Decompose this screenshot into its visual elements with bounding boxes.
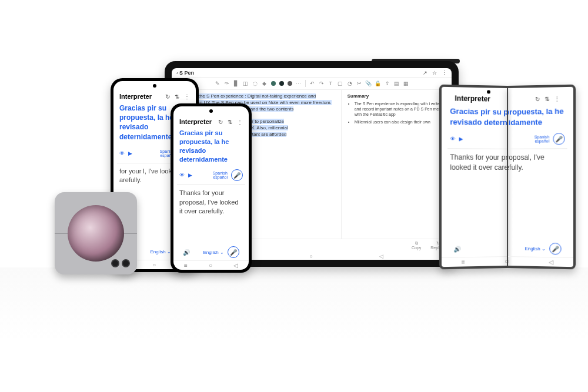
fold-nav-bar[interactable]: ≡ ○ ◁ bbox=[442, 255, 507, 267]
tool-highlighter-icon[interactable]: ▊ bbox=[233, 81, 239, 86]
lock-tool-icon[interactable]: 🔒 bbox=[375, 81, 381, 86]
history-icon[interactable]: ↻ bbox=[165, 93, 170, 100]
source-language-picker[interactable]: Spanish español bbox=[213, 171, 228, 179]
undo-icon[interactable]: ↶ bbox=[309, 81, 315, 86]
swap-layout-icon[interactable]: ⇅ bbox=[544, 95, 549, 102]
play-icon[interactable]: ▶ bbox=[128, 150, 132, 156]
speaker-icon[interactable]: 🔊 bbox=[183, 249, 190, 256]
card-divider bbox=[447, 148, 507, 149]
summary-title: Summary bbox=[348, 93, 446, 99]
tablet-toolbar[interactable]: ✎ ✑ ▊ ◫ ◌ ◆ ⋯ ↶ ↷ T ▢ ◔ ✂ 📎 🔒 ⇪ ▤ bbox=[172, 78, 452, 90]
clip-tool-icon[interactable]: ✂ bbox=[356, 81, 362, 86]
image-tool-icon[interactable]: ▢ bbox=[338, 81, 343, 86]
flip-device-closed bbox=[55, 192, 137, 274]
target-text: Thanks for your proposal, I've looked it… bbox=[449, 153, 507, 240]
more-icon[interactable]: ⋮ bbox=[554, 95, 560, 102]
flip-camera-module bbox=[111, 259, 130, 267]
tool-pencil-icon[interactable]: ✎ bbox=[215, 81, 220, 86]
tool-lasso-icon[interactable]: ◌ bbox=[252, 81, 258, 86]
copy-button[interactable]: ⧉ Copy bbox=[412, 241, 421, 250]
target-language-picker[interactable]: English ⌄ bbox=[524, 246, 546, 252]
home-icon[interactable]: ○ bbox=[507, 258, 509, 264]
phone-device-front: Interpreter ↻ ⇅ ⋮ Gracias pir su propues… bbox=[171, 103, 252, 273]
color-swatch-2[interactable] bbox=[279, 81, 284, 86]
source-language-picker[interactable]: Spanish español bbox=[534, 135, 550, 143]
panel-tool-icon[interactable]: ▤ bbox=[394, 81, 400, 86]
camera-lens-icon bbox=[122, 259, 130, 267]
card-divider bbox=[177, 185, 245, 185]
target-language-picker[interactable]: English ⌄ bbox=[203, 250, 224, 255]
speaker-icon[interactable]: 🔊 bbox=[453, 246, 460, 252]
redo-icon[interactable]: ↷ bbox=[319, 81, 325, 86]
device-lineup: ‹ S Pen ↗ ☆ ⋮ ✎ ✑ ▊ ◫ ◌ ◆ ⋯ bbox=[0, 0, 588, 392]
flip-cover-display[interactable] bbox=[68, 205, 124, 262]
front-camera bbox=[153, 84, 156, 88]
mic-icon: 🎤 bbox=[552, 246, 559, 252]
expand-icon[interactable]: ↗ bbox=[423, 70, 427, 76]
recent-apps-icon[interactable]: ≡ bbox=[462, 259, 465, 265]
color-swatch-1[interactable] bbox=[271, 81, 276, 86]
mic-button[interactable]: 🎤 bbox=[549, 243, 561, 255]
target-text: Thanks for your proposal, I've looked it… bbox=[507, 153, 566, 240]
more-icon[interactable]: ⋮ bbox=[184, 93, 190, 100]
more-icon[interactable]: ⋮ bbox=[442, 70, 447, 76]
app-header: Interpreter ↻ ⇅ ⋮ bbox=[113, 89, 196, 102]
fold-left-panel: Interpreter ↻ ⇅ ⋮ Gracias pir su propues… bbox=[439, 85, 507, 270]
recent-apps-icon[interactable]: ≡ bbox=[184, 262, 188, 269]
swap-layout-icon[interactable]: ⇅ bbox=[175, 93, 179, 100]
color-more-icon[interactable]: ⋯ bbox=[296, 81, 302, 86]
source-lang-sublabel: español bbox=[213, 175, 228, 179]
source-text[interactable]: Gracias pir su propuesta, la he revisado… bbox=[507, 105, 566, 133]
source-lang-label: Spanish bbox=[213, 171, 228, 175]
front-camera bbox=[487, 90, 490, 93]
summary-item: Millennial users can also design their o… bbox=[355, 119, 446, 125]
app-header: Interpreter ↻ ⇅ ⋮ bbox=[507, 91, 566, 106]
voice-tool-icon[interactable]: ◔ bbox=[347, 81, 353, 86]
home-icon[interactable]: ○ bbox=[209, 262, 212, 269]
phone-nav-bar[interactable]: ≡ ○ ◁ bbox=[173, 260, 249, 270]
back-icon[interactable]: ◁ bbox=[549, 259, 553, 265]
note-title[interactable]: S Pen bbox=[179, 70, 194, 76]
favorite-icon[interactable]: ☆ bbox=[432, 70, 437, 76]
source-lang-sublabel: español bbox=[534, 139, 549, 143]
target-controls: 🔊 English ⌄ 🎤 bbox=[449, 238, 507, 257]
app-title: Interpreter bbox=[179, 118, 212, 125]
history-icon[interactable]: ↻ bbox=[218, 119, 223, 125]
app-header: Interpreter ↻ ⇅ ⋮ bbox=[449, 91, 507, 106]
home-icon[interactable]: ○ bbox=[309, 253, 312, 259]
app-title: Interpreter bbox=[119, 93, 152, 100]
source-text[interactable]: Gracias pir su propuesta, la he revisado… bbox=[178, 128, 244, 168]
attach-tool-icon[interactable]: 📎 bbox=[366, 81, 372, 86]
swap-layout-icon[interactable]: ⇅ bbox=[228, 119, 232, 125]
back-icon[interactable]: ◁ bbox=[233, 262, 238, 269]
text-tool-icon[interactable]: T bbox=[328, 81, 334, 86]
source-text[interactable]: Gracias pir su propuesta, la he revisado… bbox=[449, 105, 507, 133]
read-aloud-icon[interactable]: 👁 bbox=[450, 136, 455, 142]
home-icon[interactable]: ○ bbox=[152, 262, 156, 268]
target-text: Thanks for your proposal, I've looked it… bbox=[178, 189, 244, 243]
tool-pen-icon[interactable]: ✑ bbox=[224, 81, 230, 86]
fold-device: Interpreter ↻ ⇅ ⋮ Gracias pir su propues… bbox=[440, 86, 575, 268]
color-swatch-3[interactable] bbox=[288, 81, 292, 86]
mic-icon: 🎤 bbox=[230, 249, 237, 256]
summary-panel: Summary The S Pen experience is expandin… bbox=[341, 90, 452, 239]
fold-nav-bar[interactable]: ≡ ○ ◁ bbox=[507, 255, 573, 267]
target-language-picker[interactable]: English ⌄ bbox=[151, 249, 171, 254]
source-controls: 👁 ▶ Spanish español 🎤 bbox=[449, 132, 507, 149]
back-icon[interactable]: ◁ bbox=[379, 253, 383, 259]
tool-eraser-icon[interactable]: ◫ bbox=[243, 81, 249, 86]
read-aloud-icon[interactable]: 👁 bbox=[119, 150, 125, 156]
read-aloud-icon[interactable]: 👁 bbox=[179, 172, 185, 178]
reflection-floor bbox=[0, 267, 588, 391]
tool-stamp-icon[interactable]: ◆ bbox=[262, 81, 268, 86]
play-icon[interactable]: ▶ bbox=[459, 136, 463, 142]
grid-tool-icon[interactable]: ▦ bbox=[403, 81, 409, 86]
mic-button[interactable]: 🎤 bbox=[228, 246, 239, 258]
history-icon[interactable]: ↻ bbox=[535, 96, 540, 102]
translation-card: Gracias pir su propuesta, la he revisado… bbox=[173, 128, 249, 260]
share-tool-icon[interactable]: ⇪ bbox=[385, 81, 390, 86]
play-icon[interactable]: ▶ bbox=[188, 172, 192, 178]
mic-button[interactable]: 🎤 bbox=[231, 169, 243, 181]
more-icon[interactable]: ⋮ bbox=[237, 119, 243, 125]
mic-button[interactable]: 🎤 bbox=[553, 133, 564, 145]
